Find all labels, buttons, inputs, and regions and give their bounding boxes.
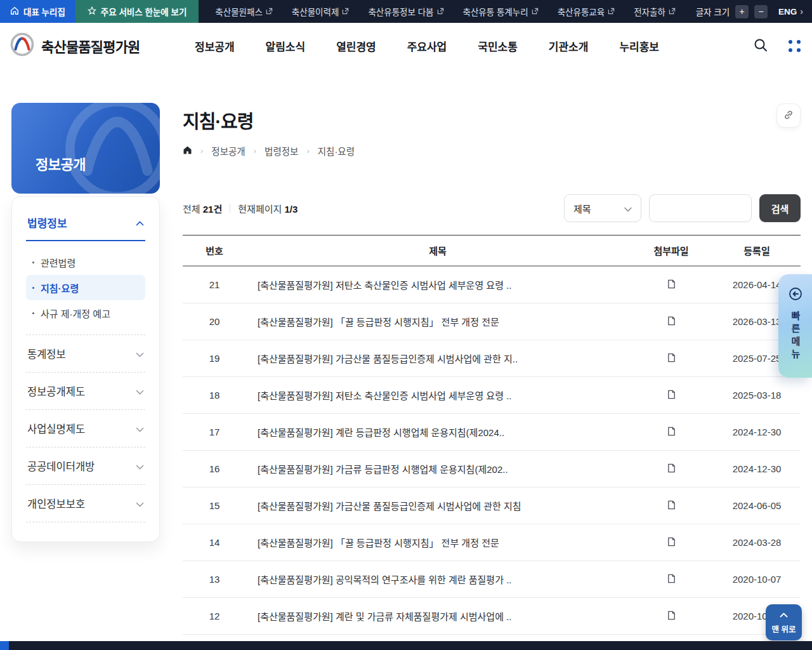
- table-row: 18[축산물품질평가원] 저탄소 축산물인증 시범사업 세부운영 요령 ..20…: [183, 377, 801, 414]
- attachment-file-icon[interactable]: [666, 389, 677, 400]
- site-logo[interactable]: 축산물품질평가원: [9, 31, 140, 60]
- attachment-file-icon[interactable]: [666, 352, 677, 363]
- sidebar-group-label: 공공데이터개방: [27, 458, 95, 474]
- current-page-value: 1/3: [284, 204, 298, 215]
- go-to-top-button[interactable]: 맨 위로: [766, 604, 802, 640]
- topbar-right-controls: 글자 크기 + − ENG ›: [696, 0, 812, 23]
- content-area: 정보공개 법령정보관련법령지침·요령사규 제·개정 예고통계정보정보공개제도사업…: [0, 69, 812, 636]
- sidebar-item-사규 제·개정 예고[interactable]: 사규 제·개정 예고: [26, 300, 145, 326]
- row-title-link[interactable]: [축산물품질평가원] 저탄소 축산물인증 시범사업 세부운영 요령 ..: [246, 388, 629, 402]
- sidebar-group-정보공개제도[interactable]: 정보공개제도: [26, 373, 145, 410]
- row-number: 17: [183, 427, 246, 437]
- chevron-up-icon: [136, 216, 144, 229]
- gnb-item-알림소식[interactable]: 알림소식: [266, 38, 306, 54]
- table-row: 21[축산물품질평가원] 저탄소 축산물인증 시범사업 세부운영 요령 ..20…: [183, 267, 801, 303]
- row-title-link[interactable]: [축산물품질평가원] 계란 및 가금류 자체품질평가제 시범사업에 ..: [246, 609, 629, 623]
- font-size-increase-button[interactable]: +: [735, 5, 749, 18]
- sidebar-item-label: 지침·요령: [41, 281, 79, 295]
- row-title-link[interactable]: [축산물품질평가원] 저탄소 축산물인증 시범사업 세부운영 요령 ..: [246, 278, 629, 291]
- related-site-link-label: 전자출하: [634, 5, 665, 18]
- gnb-item-정보공개[interactable]: 정보공개: [195, 38, 235, 54]
- row-title-link[interactable]: [축산물품질평가원] 가금산물 품질등급인증제 시범사업에 관한 지침: [246, 499, 629, 512]
- search-keyword-input[interactable]: [649, 194, 752, 222]
- external-link-icon: [342, 7, 349, 17]
- table-row: 15[축산물품질평가원] 가금산물 품질등급인증제 시범사업에 관한 지침202…: [183, 488, 801, 524]
- chevron-down-icon: [136, 423, 144, 435]
- sidebar-subnav: 관련법령지침·요령사규 제·개정 예고: [26, 241, 145, 335]
- attachment-file-icon[interactable]: [666, 463, 677, 474]
- search-button[interactable]: [753, 37, 768, 55]
- attachment-file-icon[interactable]: [666, 536, 677, 547]
- chevron-down-icon: [136, 348, 144, 360]
- row-attachment: [629, 500, 713, 512]
- row-title-link[interactable]: [축산물품질평가원] 「꿀 등급판정 시행지침」 전부 개정 전문: [246, 536, 629, 549]
- row-title-link[interactable]: [축산물품질평가원] 공익목적의 연구조사를 위한 계란 품질평가 ..: [246, 573, 629, 586]
- related-site-link[interactable]: 축산유통교육: [558, 5, 615, 18]
- related-site-link[interactable]: 축산유통 통계누리: [463, 5, 539, 18]
- related-site-link[interactable]: 축산물원패스: [215, 5, 273, 18]
- sidebar-group-개인정보보호[interactable]: 개인정보보호: [26, 485, 145, 522]
- sidebar-group-법령정보[interactable]: 법령정보: [26, 213, 145, 241]
- row-date: 2024-03-28: [713, 537, 801, 548]
- quick-menu-icon: [788, 286, 803, 304]
- row-title-link[interactable]: [축산물품질평가원] 계란 등급판정 시행업체 운용지침(제2024..: [246, 425, 629, 439]
- row-number: 21: [183, 279, 246, 290]
- global-nav: 정보공개알림소식열린경영주요사업국민소통기관소개누리홍보: [195, 23, 659, 69]
- row-attachment: [629, 389, 713, 402]
- sidebar-group-공공데이터개방[interactable]: 공공데이터개방: [26, 448, 145, 485]
- table-row: 20[축산물품질평가원] 「꿀 등급판정 시행지침」 전부 개정 전문2026-…: [183, 303, 801, 340]
- breadcrumb-item[interactable]: 정보공개: [211, 144, 245, 157]
- related-site-link[interactable]: 축산물이력제: [292, 5, 350, 18]
- chevron-up-icon: [780, 611, 788, 620]
- attachment-file-icon[interactable]: [666, 610, 677, 621]
- sidebar-item-지침·요령[interactable]: 지침·요령: [26, 275, 145, 300]
- breadcrumb-home-icon[interactable]: [183, 145, 192, 157]
- related-site-link[interactable]: 축산유통정보 다봄: [368, 5, 443, 18]
- font-size-decrease-button[interactable]: −: [754, 5, 768, 18]
- gnb-item-누리홍보[interactable]: 누리홍보: [619, 38, 659, 54]
- services-at-a-glance-link[interactable]: 주요 서비스 한눈에 보기: [75, 0, 199, 23]
- breadcrumb: ›정보공개›법령정보›지침·요령: [183, 144, 801, 157]
- row-title-link[interactable]: [축산물품질평가원] 가금류 등급판정 시행업체 운용지침(제202..: [246, 462, 629, 475]
- search-icon: [753, 37, 768, 55]
- logo-text: 축산물품질평가원: [41, 36, 140, 56]
- gnb-item-열린경영[interactable]: 열린경영: [336, 38, 376, 54]
- external-link-icon: [608, 7, 615, 17]
- quick-menu-tab[interactable]: 빠른메뉴: [778, 274, 812, 378]
- search-field-select[interactable]: 제목: [564, 194, 641, 222]
- table-row: 19[축산물품질평가원] 가금산물 품질등급인증제 시범사업에 관한 지..20…: [183, 340, 801, 377]
- search-submit-button[interactable]: 검색: [759, 194, 801, 222]
- breadcrumb-item[interactable]: 지침·요령: [318, 144, 355, 157]
- attachment-file-icon[interactable]: [666, 573, 677, 584]
- row-title-link[interactable]: [축산물품질평가원] 가금산물 품질등급인증제 시범사업에 관한 지..: [246, 352, 629, 365]
- column-header-첨부파일: 첨부파일: [629, 244, 713, 257]
- copy-url-button[interactable]: [776, 103, 801, 128]
- page: 대표 누리집 주요 서비스 한눈에 보기 축산물원패스축산물이력제축산유통정보 …: [0, 0, 812, 650]
- related-site-link[interactable]: 전자출하: [634, 5, 676, 18]
- gnb-item-국민소통[interactable]: 국민소통: [478, 38, 518, 54]
- external-link-icon: [266, 7, 273, 17]
- gnb-item-기관소개[interactable]: 기관소개: [549, 38, 589, 54]
- row-date: 2024-12-30: [713, 463, 801, 474]
- chevron-down-icon: [136, 498, 144, 510]
- sidebar-group-통계정보[interactable]: 통계정보: [26, 335, 145, 373]
- breadcrumb-item[interactable]: 법령정보: [265, 144, 298, 157]
- main-panel: 지침·요령 ›정보공개›법령정보›지침·요령 전체 21건: [183, 103, 801, 636]
- row-title-link[interactable]: [축산물품질평가원] 「꿀 등급판정 시행지침」 전부 개정 전문: [246, 315, 629, 328]
- divider: [230, 204, 230, 213]
- table-row: 14[축산물품질평가원] 「꿀 등급판정 시행지침」 전부 개정 전문2024-…: [183, 524, 801, 561]
- font-size-label: 글자 크기: [696, 5, 730, 18]
- sidebar-menu: 법령정보관련법령지침·요령사규 제·개정 예고통계정보정보공개제도사업실명제도공…: [11, 196, 160, 542]
- main-portal-link[interactable]: 대표 누리집: [0, 0, 75, 23]
- attachment-file-icon[interactable]: [666, 426, 677, 437]
- language-toggle[interactable]: ENG ›: [778, 6, 803, 17]
- sidebar-item-관련법령[interactable]: 관련법령: [26, 249, 145, 275]
- attachment-file-icon[interactable]: [666, 315, 677, 326]
- attachment-file-icon[interactable]: [666, 500, 677, 510]
- gnb-item-주요사업[interactable]: 주요사업: [407, 38, 447, 54]
- page-title: 지침·요령: [183, 107, 801, 133]
- sidebar-group-사업실명제도[interactable]: 사업실명제도: [26, 410, 145, 448]
- all-menu-button[interactable]: [789, 40, 801, 52]
- attachment-file-icon[interactable]: [666, 279, 677, 289]
- chevron-down-icon: [624, 203, 632, 214]
